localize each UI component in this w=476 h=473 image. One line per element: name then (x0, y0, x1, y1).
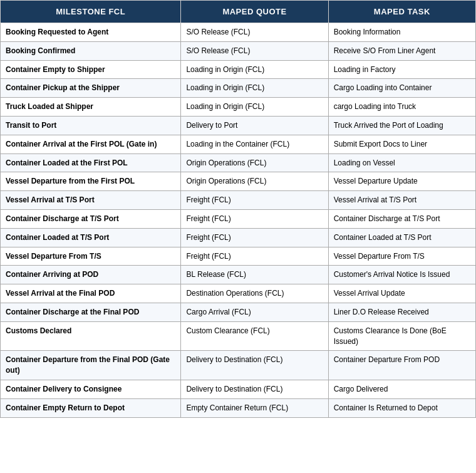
table-row: Container Empty to ShipperLoading in Ori… (1, 60, 476, 79)
quote-cell: Freight (FCL) (181, 191, 328, 210)
milestone-cell: Vessel Departure From T/S (1, 247, 181, 266)
task-cell: Vessel Departure From T/S (328, 247, 475, 266)
milestone-cell: Container Empty to Shipper (1, 60, 181, 79)
task-cell: Customs Clearance Is Done (BoE Issued) (328, 321, 475, 351)
task-cell: Receive S/O From Liner Agent (328, 41, 475, 60)
table-row: Container Arrival at the First POL (Gate… (1, 135, 476, 153)
task-cell: Loading in Factory (328, 60, 475, 79)
quote-cell: Custom Clearance (FCL) (181, 321, 328, 351)
task-cell: Vessel Arrival at T/S Port (328, 191, 475, 210)
milestone-cell: Transit to Port (1, 116, 181, 135)
table-row: Booking ConfirmedS/O Release (FCL)Receiv… (1, 41, 476, 60)
header-quote: MAPED QUOTE (181, 1, 328, 23)
quote-cell: Empty Container Return (FCL) (181, 398, 328, 417)
milestone-cell: Container Discharge at the Final POD (1, 303, 181, 321)
quote-cell: S/O Release (FCL) (181, 41, 328, 60)
quote-cell: Delivery to Destination (FCL) (181, 380, 328, 398)
quote-cell: Freight (FCL) (181, 209, 328, 228)
milestone-cell: Container Discharge at T/S Port (1, 209, 181, 228)
milestone-cell: Container Arrival at the First POL (Gate… (1, 135, 181, 153)
task-cell: Customer's Arrival Notice Is Issued (328, 266, 475, 284)
task-cell: Truck Arrived the Port of Loading (328, 116, 475, 135)
milestone-cell: Vessel Arrival at the Final POD (1, 284, 181, 303)
quote-cell: Origin Operations (FCL) (181, 172, 328, 191)
task-cell: Liner D.O Release Received (328, 303, 475, 321)
task-cell: cargo Loading into Truck (328, 98, 475, 117)
table-row: Transit to PortDelivery to PortTruck Arr… (1, 116, 476, 135)
table-row: Container Arriving at PODBL Release (FCL… (1, 266, 476, 284)
milestone-cell: Container Loaded at the First POL (1, 153, 181, 172)
table-row: Container Pickup at the ShipperLoading i… (1, 79, 476, 98)
quote-cell: Delivery to Destination (FCL) (181, 351, 328, 380)
task-cell: Vessel Arrival Update (328, 284, 475, 303)
table-row: Truck Loaded at ShipperLoading in Origin… (1, 98, 476, 117)
milestone-cell: Container Pickup at the Shipper (1, 79, 181, 98)
milestone-cell: Vessel Departure from the First POL (1, 172, 181, 191)
table-row: Vessel Arrival at the Final PODDestinati… (1, 284, 476, 303)
header-task: MAPED TASK (328, 1, 475, 23)
task-cell: Container Discharge at T/S Port (328, 209, 475, 228)
table-row: Customs DeclaredCustom Clearance (FCL)Cu… (1, 321, 476, 351)
table-row: Booking Requested to AgentS/O Release (F… (1, 23, 476, 42)
quote-cell: Origin Operations (FCL) (181, 153, 328, 172)
table-row: Container Empty Return to DepotEmpty Con… (1, 398, 476, 417)
quote-cell: Destination Operations (FCL) (181, 284, 328, 303)
table-row: Container Discharge at the Final PODCarg… (1, 303, 476, 321)
table-row: Vessel Departure From T/SFreight (FCL)Ve… (1, 247, 476, 266)
task-cell: Container Loaded at T/S Port (328, 228, 475, 247)
milestone-cell: Container Departure from the Final POD (… (1, 351, 181, 380)
milestone-cell: Truck Loaded at Shipper (1, 98, 181, 117)
task-cell: Cargo Delivered (328, 380, 475, 398)
table-row: Vessel Arrival at T/S PortFreight (FCL)V… (1, 191, 476, 210)
quote-cell: S/O Release (FCL) (181, 23, 328, 42)
quote-cell: Freight (FCL) (181, 247, 328, 266)
quote-cell: Loading in Origin (FCL) (181, 79, 328, 98)
milestone-cell: Booking Confirmed (1, 41, 181, 60)
quote-cell: Loading in the Container (FCL) (181, 135, 328, 153)
quote-cell: BL Release (FCL) (181, 266, 328, 284)
quote-cell: Freight (FCL) (181, 228, 328, 247)
task-cell: Vessel Departure Update (328, 172, 475, 191)
task-cell: Loading on Vessel (328, 153, 475, 172)
milestone-cell: Container Loaded at T/S Port (1, 228, 181, 247)
table-row: Container Loaded at the First POLOrigin … (1, 153, 476, 172)
milestone-cell: Customs Declared (1, 321, 181, 351)
milestone-cell: Container Arriving at POD (1, 266, 181, 284)
table-row: Container Departure from the Final POD (… (1, 351, 476, 380)
quote-cell: Cargo Arrival (FCL) (181, 303, 328, 321)
milestone-table: MILESTONE FCL MAPED QUOTE MAPED TASK Boo… (0, 0, 476, 418)
quote-cell: Loading in Origin (FCL) (181, 60, 328, 79)
quote-cell: Delivery to Port (181, 116, 328, 135)
task-cell: Booking Information (328, 23, 475, 42)
table-row: Container Discharge at T/S PortFreight (… (1, 209, 476, 228)
header-milestone: MILESTONE FCL (1, 1, 181, 23)
table-row: Container Delivery to ConsigneeDelivery … (1, 380, 476, 398)
task-cell: Submit Export Docs to Liner (328, 135, 475, 153)
task-cell: Container Departure From POD (328, 351, 475, 380)
milestone-cell: Vessel Arrival at T/S Port (1, 191, 181, 210)
quote-cell: Loading in Origin (FCL) (181, 98, 328, 117)
milestone-cell: Container Delivery to Consignee (1, 380, 181, 398)
table-row: Vessel Departure from the First POLOrigi… (1, 172, 476, 191)
task-cell: Container Is Returned to Depot (328, 398, 475, 417)
milestone-cell: Booking Requested to Agent (1, 23, 181, 42)
milestone-cell: Container Empty Return to Depot (1, 398, 181, 417)
task-cell: Cargo Loading into Container (328, 79, 475, 98)
table-row: Container Loaded at T/S PortFreight (FCL… (1, 228, 476, 247)
